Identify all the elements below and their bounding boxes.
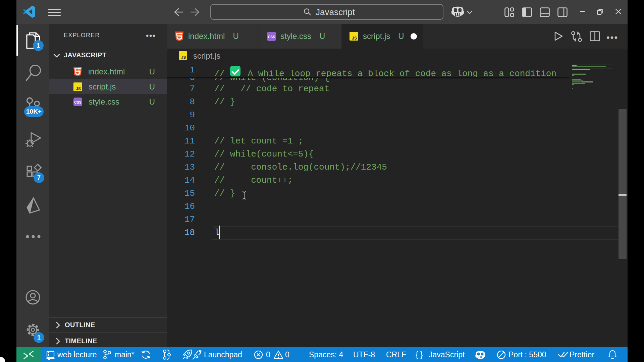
svg-text:CSS: CSS <box>74 100 82 104</box>
svg-text:JS: JS <box>352 36 357 41</box>
svg-text:JS: JS <box>181 55 186 59</box>
svg-text:JS: JS <box>76 86 81 91</box>
svg-text:CSS: CSS <box>268 35 275 39</box>
